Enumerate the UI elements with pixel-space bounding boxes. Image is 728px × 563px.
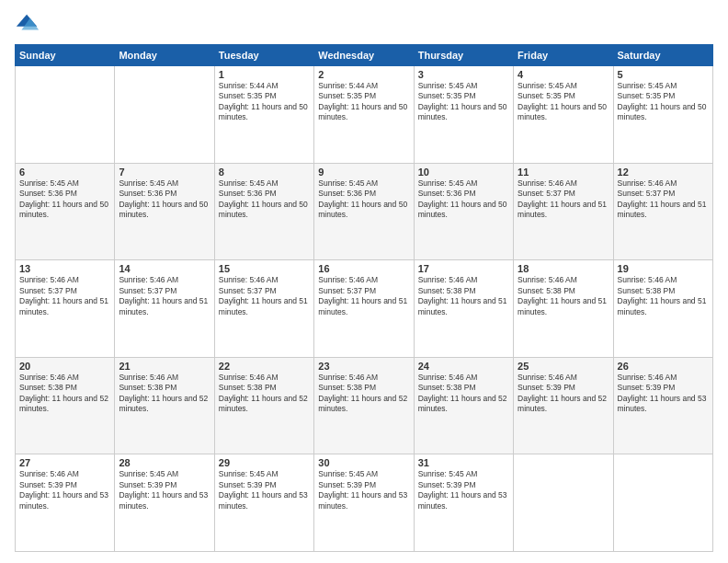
day-info: Sunrise: 5:45 AM Sunset: 5:39 PM Dayligh… bbox=[418, 469, 509, 511]
day-info: Sunrise: 5:46 AM Sunset: 5:37 PM Dayligh… bbox=[219, 275, 310, 317]
day-info: Sunrise: 5:46 AM Sunset: 5:39 PM Dayligh… bbox=[19, 469, 110, 511]
day-info: Sunrise: 5:46 AM Sunset: 5:38 PM Dayligh… bbox=[318, 373, 409, 415]
header bbox=[15, 11, 713, 37]
day-info: Sunrise: 5:46 AM Sunset: 5:39 PM Dayligh… bbox=[618, 373, 709, 415]
calendar-cell: 15Sunrise: 5:46 AM Sunset: 5:37 PM Dayli… bbox=[214, 260, 313, 358]
calendar-cell bbox=[16, 66, 115, 164]
calendar-week-2: 13Sunrise: 5:46 AM Sunset: 5:37 PM Dayli… bbox=[16, 260, 713, 358]
weekday-header-row: SundayMondayTuesdayWednesdayThursdayFrid… bbox=[16, 45, 713, 66]
calendar-cell: 10Sunrise: 5:45 AM Sunset: 5:36 PM Dayli… bbox=[414, 163, 513, 260]
calendar-cell: 12Sunrise: 5:46 AM Sunset: 5:37 PM Dayli… bbox=[613, 163, 712, 260]
calendar-cell bbox=[613, 454, 712, 552]
day-info: Sunrise: 5:44 AM Sunset: 5:35 PM Dayligh… bbox=[219, 81, 310, 123]
weekday-header-monday: Monday bbox=[115, 45, 214, 66]
calendar-cell: 30Sunrise: 5:45 AM Sunset: 5:39 PM Dayli… bbox=[314, 454, 414, 552]
day-info: Sunrise: 5:45 AM Sunset: 5:35 PM Dayligh… bbox=[418, 81, 509, 123]
calendar-cell: 2Sunrise: 5:44 AM Sunset: 5:35 PM Daylig… bbox=[314, 66, 414, 164]
calendar-cell: 18Sunrise: 5:46 AM Sunset: 5:38 PM Dayli… bbox=[514, 260, 613, 358]
day-number: 22 bbox=[219, 361, 310, 372]
day-number: 30 bbox=[318, 457, 409, 468]
calendar-cell: 28Sunrise: 5:45 AM Sunset: 5:39 PM Dayli… bbox=[115, 454, 214, 552]
day-number: 16 bbox=[318, 263, 409, 274]
weekday-header-tuesday: Tuesday bbox=[214, 45, 313, 66]
day-info: Sunrise: 5:45 AM Sunset: 5:36 PM Dayligh… bbox=[119, 178, 210, 221]
day-number: 13 bbox=[19, 263, 110, 274]
logo bbox=[15, 11, 44, 37]
day-info: Sunrise: 5:45 AM Sunset: 5:39 PM Dayligh… bbox=[219, 469, 310, 511]
calendar-cell: 8Sunrise: 5:45 AM Sunset: 5:36 PM Daylig… bbox=[214, 163, 313, 260]
calendar-cell bbox=[115, 66, 214, 164]
calendar-cell: 20Sunrise: 5:46 AM Sunset: 5:38 PM Dayli… bbox=[16, 357, 115, 454]
day-info: Sunrise: 5:46 AM Sunset: 5:37 PM Dayligh… bbox=[318, 275, 409, 317]
day-number: 14 bbox=[119, 263, 210, 274]
day-info: Sunrise: 5:45 AM Sunset: 5:39 PM Dayligh… bbox=[119, 469, 210, 511]
calendar-week-3: 20Sunrise: 5:46 AM Sunset: 5:38 PM Dayli… bbox=[16, 357, 713, 454]
calendar-cell: 7Sunrise: 5:45 AM Sunset: 5:36 PM Daylig… bbox=[115, 163, 214, 260]
day-info: Sunrise: 5:45 AM Sunset: 5:36 PM Dayligh… bbox=[19, 178, 110, 221]
day-info: Sunrise: 5:46 AM Sunset: 5:38 PM Dayligh… bbox=[219, 373, 310, 415]
calendar-cell: 29Sunrise: 5:45 AM Sunset: 5:39 PM Dayli… bbox=[214, 454, 313, 552]
day-number: 29 bbox=[219, 457, 310, 468]
day-number: 2 bbox=[318, 69, 409, 80]
day-info: Sunrise: 5:46 AM Sunset: 5:38 PM Dayligh… bbox=[518, 275, 609, 317]
day-number: 18 bbox=[518, 263, 609, 274]
day-info: Sunrise: 5:46 AM Sunset: 5:38 PM Dayligh… bbox=[618, 275, 709, 317]
calendar-cell: 5Sunrise: 5:45 AM Sunset: 5:35 PM Daylig… bbox=[613, 66, 712, 164]
day-info: Sunrise: 5:45 AM Sunset: 5:35 PM Dayligh… bbox=[518, 81, 609, 123]
day-info: Sunrise: 5:44 AM Sunset: 5:35 PM Dayligh… bbox=[318, 81, 409, 123]
day-info: Sunrise: 5:46 AM Sunset: 5:38 PM Dayligh… bbox=[418, 373, 509, 415]
day-info: Sunrise: 5:46 AM Sunset: 5:38 PM Dayligh… bbox=[418, 275, 509, 317]
calendar-cell: 16Sunrise: 5:46 AM Sunset: 5:37 PM Dayli… bbox=[314, 260, 414, 358]
calendar-cell: 4Sunrise: 5:45 AM Sunset: 5:35 PM Daylig… bbox=[514, 66, 613, 164]
day-number: 26 bbox=[618, 361, 709, 372]
day-info: Sunrise: 5:45 AM Sunset: 5:36 PM Dayligh… bbox=[318, 178, 409, 221]
calendar-cell: 1Sunrise: 5:44 AM Sunset: 5:35 PM Daylig… bbox=[214, 66, 313, 164]
weekday-header-thursday: Thursday bbox=[414, 45, 513, 66]
day-number: 25 bbox=[518, 361, 609, 372]
day-number: 17 bbox=[418, 263, 509, 274]
day-info: Sunrise: 5:46 AM Sunset: 5:37 PM Dayligh… bbox=[19, 275, 110, 317]
calendar-cell: 3Sunrise: 5:45 AM Sunset: 5:35 PM Daylig… bbox=[414, 66, 513, 164]
day-number: 9 bbox=[318, 167, 409, 178]
day-number: 24 bbox=[418, 361, 509, 372]
weekday-header-saturday: Saturday bbox=[613, 45, 712, 66]
calendar-cell: 26Sunrise: 5:46 AM Sunset: 5:39 PM Dayli… bbox=[613, 357, 712, 454]
day-number: 1 bbox=[219, 69, 310, 80]
calendar-cell: 6Sunrise: 5:45 AM Sunset: 5:36 PM Daylig… bbox=[16, 163, 115, 260]
calendar-cell: 24Sunrise: 5:46 AM Sunset: 5:38 PM Dayli… bbox=[414, 357, 513, 454]
logo-icon bbox=[15, 11, 40, 37]
day-info: Sunrise: 5:45 AM Sunset: 5:39 PM Dayligh… bbox=[318, 469, 409, 511]
day-number: 4 bbox=[518, 69, 609, 80]
calendar-cell: 23Sunrise: 5:46 AM Sunset: 5:38 PM Dayli… bbox=[314, 357, 414, 454]
calendar-cell: 11Sunrise: 5:46 AM Sunset: 5:37 PM Dayli… bbox=[514, 163, 613, 260]
day-number: 6 bbox=[19, 167, 110, 178]
day-info: Sunrise: 5:46 AM Sunset: 5:38 PM Dayligh… bbox=[19, 373, 110, 415]
day-info: Sunrise: 5:46 AM Sunset: 5:37 PM Dayligh… bbox=[518, 178, 609, 221]
calendar-cell bbox=[514, 454, 613, 552]
calendar-cell: 21Sunrise: 5:46 AM Sunset: 5:38 PM Dayli… bbox=[115, 357, 214, 454]
calendar-week-0: 1Sunrise: 5:44 AM Sunset: 5:35 PM Daylig… bbox=[16, 66, 713, 164]
day-number: 11 bbox=[518, 167, 609, 178]
day-number: 12 bbox=[618, 167, 709, 178]
day-number: 27 bbox=[19, 457, 110, 468]
calendar-cell: 27Sunrise: 5:46 AM Sunset: 5:39 PM Dayli… bbox=[16, 454, 115, 552]
day-number: 15 bbox=[219, 263, 310, 274]
calendar-week-1: 6Sunrise: 5:45 AM Sunset: 5:36 PM Daylig… bbox=[16, 163, 713, 260]
day-info: Sunrise: 5:45 AM Sunset: 5:36 PM Dayligh… bbox=[418, 178, 509, 221]
calendar-cell: 13Sunrise: 5:46 AM Sunset: 5:37 PM Dayli… bbox=[16, 260, 115, 358]
day-number: 19 bbox=[618, 263, 709, 274]
day-number: 23 bbox=[318, 361, 409, 372]
day-number: 3 bbox=[418, 69, 509, 80]
calendar-cell: 22Sunrise: 5:46 AM Sunset: 5:38 PM Dayli… bbox=[214, 357, 313, 454]
weekday-header-sunday: Sunday bbox=[16, 45, 115, 66]
day-info: Sunrise: 5:46 AM Sunset: 5:38 PM Dayligh… bbox=[119, 373, 210, 415]
calendar-cell: 17Sunrise: 5:46 AM Sunset: 5:38 PM Dayli… bbox=[414, 260, 513, 358]
day-number: 20 bbox=[19, 361, 110, 372]
weekday-header-friday: Friday bbox=[514, 45, 613, 66]
page: SundayMondayTuesdayWednesdayThursdayFrid… bbox=[0, 0, 728, 563]
day-info: Sunrise: 5:45 AM Sunset: 5:36 PM Dayligh… bbox=[219, 178, 310, 221]
calendar-table: SundayMondayTuesdayWednesdayThursdayFrid… bbox=[15, 44, 713, 552]
calendar-cell: 19Sunrise: 5:46 AM Sunset: 5:38 PM Dayli… bbox=[613, 260, 712, 358]
weekday-header-wednesday: Wednesday bbox=[314, 45, 414, 66]
day-number: 7 bbox=[119, 167, 210, 178]
